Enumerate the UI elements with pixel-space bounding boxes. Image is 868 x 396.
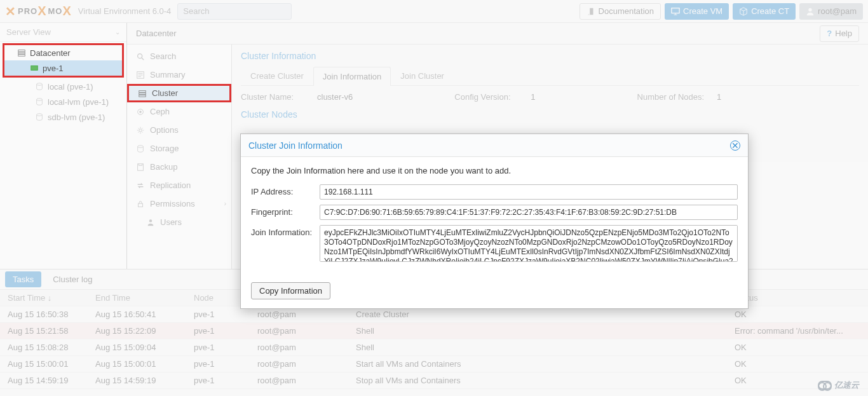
menu-item-permissions[interactable]: Permissions› (127, 195, 231, 213)
create-ct-button[interactable]: Create CT (733, 3, 796, 20)
user-icon (806, 7, 815, 16)
svg-point-15 (139, 111, 142, 113)
ceph-icon (136, 107, 145, 116)
ip-address-field[interactable] (320, 184, 738, 200)
resource-tree: Server View ⌄ Datacenterpve-1local (pve-… (0, 23, 127, 269)
cube-icon (739, 7, 748, 16)
svg-point-9 (138, 53, 142, 58)
svg-rect-5 (31, 66, 38, 71)
svg-rect-12 (139, 93, 146, 95)
tab-tasks[interactable]: Tasks (5, 271, 41, 287)
fingerprint-field[interactable] (320, 205, 738, 220)
log-row[interactable]: Aug 15 14:59:19Aug 15 14:59:19pve-1root@… (0, 372, 868, 389)
breadcrumb: Datacenter ? Help (127, 23, 868, 44)
log-row[interactable]: Aug 15 15:00:01Aug 15 15:00:01pve-1root@… (0, 356, 868, 372)
svg-rect-2 (18, 50, 25, 52)
menu-item-cluster[interactable]: Cluster (127, 84, 231, 102)
monitor-icon (671, 7, 680, 16)
close-icon[interactable]: ✕ (730, 140, 740, 151)
svg-rect-11 (139, 90, 146, 92)
svg-rect-0 (672, 8, 679, 13)
svg-point-1 (808, 8, 811, 11)
documentation-button[interactable]: Documentation (580, 3, 661, 20)
dialog-title: Cluster Join Information (248, 140, 342, 151)
tree-item-pve-1[interactable]: pve-1 (4, 60, 122, 76)
svg-point-8 (37, 114, 43, 116)
dialog-hint: Copy the Join Information here and use i… (251, 166, 738, 175)
user-icon (146, 218, 155, 227)
search-input[interactable]: Search (177, 3, 292, 20)
cluster-icon (138, 89, 147, 98)
ip-address-label: IP Address: (251, 184, 320, 196)
col-start-time[interactable]: Start Time ↓ (0, 293, 95, 303)
menu-item-options[interactable]: Options (127, 121, 231, 139)
log-row[interactable]: Aug 15 15:08:28Aug 15 15:09:04pve-1root@… (0, 339, 868, 356)
tree-item-local-lvm--pve-1-[interactable]: local-lvm (pve-1) (0, 94, 126, 109)
menu-item-replication[interactable]: Replication (127, 176, 231, 195)
search-icon (136, 52, 145, 61)
server-icon (17, 48, 26, 57)
storage-icon (35, 82, 44, 91)
config-menu: SearchSummaryClusterCephOptionsStorageBa… (127, 44, 232, 269)
create-cluster-button[interactable]: Create Cluster (241, 66, 313, 85)
tree-header[interactable]: Server View ⌄ (0, 23, 126, 42)
create-vm-button[interactable]: Create VM (665, 3, 729, 20)
fingerprint-label: Fingerprint: (251, 205, 320, 217)
svg-point-16 (139, 128, 142, 131)
menu-item-search[interactable]: Search (127, 47, 231, 65)
backup-icon (136, 163, 145, 172)
replication-icon (136, 181, 145, 190)
storage-icon (35, 97, 44, 106)
chevron-right-icon: › (224, 200, 226, 207)
col-end-time[interactable]: End Time (95, 293, 194, 303)
svg-point-20 (149, 219, 152, 222)
copy-information-button[interactable]: Copy Information (251, 282, 330, 299)
svg-rect-13 (139, 95, 146, 97)
join-information-button[interactable]: Join Information (313, 67, 391, 86)
storage-icon (136, 144, 145, 153)
version-label: Virtual Environment 6.0-4 (78, 6, 171, 16)
tree-item-local--pve-1-[interactable]: local (pve-1) (0, 79, 126, 94)
cluster-actions: Create Cluster Join Information Join Clu… (241, 66, 859, 86)
svg-rect-4 (18, 55, 25, 57)
cluster-info-title: Cluster Information (241, 51, 859, 61)
top-header: ✕PROXMOX Virtual Environment 6.0-4 Searc… (0, 0, 868, 23)
menu-item-ceph[interactable]: Ceph (127, 102, 231, 121)
search-placeholder: Search (183, 6, 209, 16)
menu-item-summary[interactable]: Summary (127, 65, 231, 84)
tab-cluster-log[interactable]: Cluster log (45, 271, 100, 287)
svg-point-17 (138, 145, 144, 147)
join-info-label: Join Information: (251, 225, 320, 237)
join-info-dialog: Cluster Join Information ✕ Copy the Join… (240, 133, 749, 309)
menu-item-backup[interactable]: Backup (127, 158, 231, 176)
cluster-nodes-title: Cluster Nodes (241, 109, 859, 119)
svg-point-7 (37, 99, 43, 101)
svg-rect-19 (139, 203, 143, 207)
node-icon (30, 64, 39, 72)
menu-item-users[interactable]: Users (127, 213, 231, 231)
svg-rect-3 (18, 52, 25, 54)
gear-icon (136, 126, 145, 135)
help-icon: ? (827, 29, 832, 38)
help-button[interactable]: ? Help (820, 25, 859, 42)
cluster-info-row: Cluster Name:cluster-v6 Config Version:1… (241, 92, 859, 102)
user-menu-button[interactable]: root@pam (799, 3, 863, 20)
watermark: 亿速云 (818, 379, 859, 391)
summary-icon (136, 71, 145, 79)
tree-item-sdb-lvm--pve-1-[interactable]: sdb-lvm (pve-1) (0, 109, 126, 125)
log-row[interactable]: Aug 15 15:21:58Aug 15 15:22:09pve-1root@… (0, 323, 868, 339)
svg-point-6 (37, 83, 43, 86)
page-title: Datacenter (136, 29, 177, 38)
col-status[interactable]: Status (735, 293, 868, 303)
tree-item-datacenter[interactable]: Datacenter (4, 45, 122, 60)
join-info-field[interactable] (320, 225, 738, 262)
cloud-icon (818, 381, 832, 390)
logo: ✕PROXMOX (5, 4, 73, 19)
chevron-down-icon: ⌄ (115, 29, 120, 36)
menu-item-storage[interactable]: Storage (127, 139, 231, 158)
book-icon (587, 7, 595, 16)
lock-icon (136, 200, 145, 208)
storage-icon (35, 113, 44, 121)
join-cluster-button[interactable]: Join Cluster (391, 66, 454, 85)
